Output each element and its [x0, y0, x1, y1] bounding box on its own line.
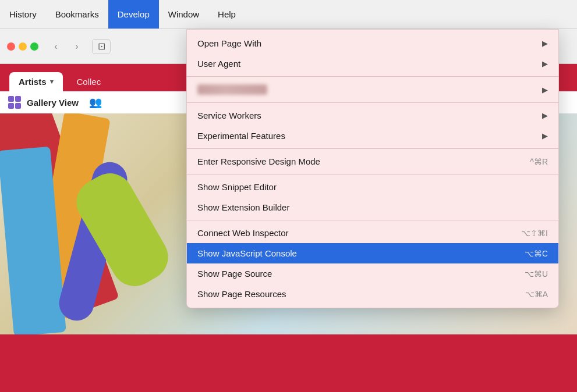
menu-service-workers[interactable]: Service Workers ▶	[187, 105, 558, 126]
divider	[187, 102, 558, 103]
submenu-arrow-icon: ▶	[542, 85, 548, 94]
redacted-content	[197, 84, 267, 95]
menu-user-agent[interactable]: User Agent ▶	[187, 54, 558, 74]
back-button[interactable]: ‹	[48, 38, 64, 55]
menu-show-extension-builder[interactable]: Show Extension Builder	[187, 197, 558, 218]
close-button[interactable]	[7, 42, 15, 51]
chevron-down-icon: ▾	[50, 78, 54, 85]
develop-dropdown-menu[interactable]: Open Page With ▶ User Agent ▶ ▶ Service …	[186, 29, 559, 308]
menu-item-history[interactable]: History	[0, 0, 46, 28]
menu-enter-responsive[interactable]: Enter Responsive Design Mode ^⌘R	[187, 151, 558, 172]
minimize-button[interactable]	[19, 42, 27, 51]
tab-collect[interactable]: Collec	[68, 72, 111, 91]
fullscreen-button[interactable]	[30, 42, 38, 51]
divider	[187, 174, 558, 174]
sidebar-toggle-button[interactable]: ⊡	[92, 39, 111, 54]
menu-connect-web-inspector[interactable]: Connect Web Inspector ⌥⇧⌘I	[187, 223, 558, 243]
people-icon: 👥	[89, 96, 102, 109]
divider	[187, 76, 558, 77]
menu-show-snippet-editor[interactable]: Show Snippet Editor	[187, 177, 558, 197]
menu-item-develop[interactable]: Develop	[108, 0, 159, 28]
submenu-arrow-icon: ▶	[542, 131, 548, 140]
menu-show-page-resources[interactable]: Show Page Resources ⌥⌘A	[187, 284, 558, 304]
submenu-arrow-icon: ▶	[542, 59, 548, 68]
tab-artists[interactable]: Artists ▾	[9, 72, 63, 91]
menu-redacted[interactable]: ▶	[187, 79, 558, 100]
traffic-lights	[7, 42, 38, 51]
menu-open-page-with[interactable]: Open Page With ▶	[187, 33, 558, 54]
gallery-view-label: Gallery View	[27, 98, 79, 108]
divider	[187, 220, 558, 220]
divider	[187, 148, 558, 149]
menu-item-bookmarks[interactable]: Bookmarks	[46, 0, 108, 28]
menu-item-window[interactable]: Window	[159, 0, 208, 28]
forward-button[interactable]: ›	[69, 38, 85, 55]
menu-show-javascript-console[interactable]: Show JavaScript Console ⌥⌘C	[187, 243, 558, 263]
menu-item-help[interactable]: Help	[208, 0, 245, 28]
menu-experimental-features[interactable]: Experimental Features ▶	[187, 126, 558, 146]
menubar: History Bookmarks Develop Window Help	[0, 0, 577, 29]
gallery-view-icon	[8, 96, 21, 109]
submenu-arrow-icon: ▶	[542, 39, 548, 48]
submenu-arrow-icon: ▶	[542, 111, 548, 120]
menu-show-page-source[interactable]: Show Page Source ⌥⌘U	[187, 263, 558, 284]
